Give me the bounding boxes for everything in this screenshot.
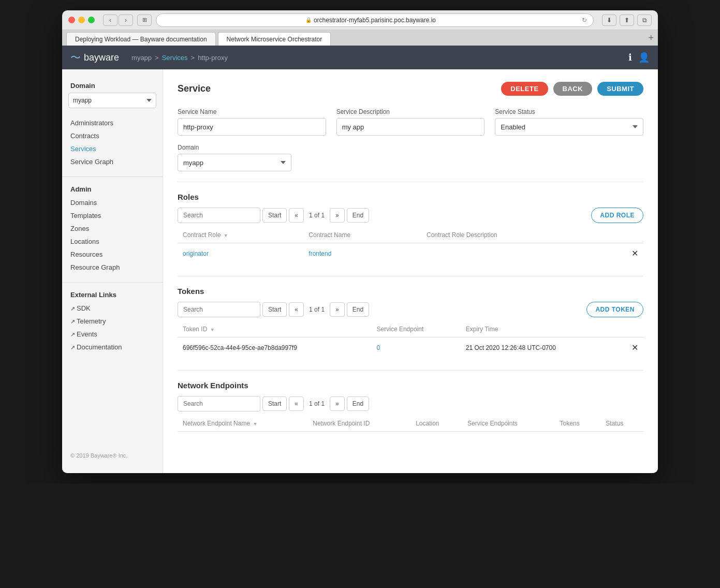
service-status-group: Service Status Enabled Disabled: [495, 108, 643, 136]
maximize-button[interactable]: [88, 17, 95, 23]
roles-table-body: originator frontend ✕: [178, 243, 643, 264]
roles-end-button[interactable]: End: [347, 208, 369, 223]
endpoints-prev-button[interactable]: «: [289, 396, 304, 411]
sidebar-admin-section: Admin Domains Templates Zones Locations …: [62, 181, 163, 274]
col-endpoint-location: Location: [410, 416, 462, 432]
endpoints-start-button[interactable]: Start: [262, 396, 287, 411]
table-row: 696f596c-52ca-44e4-95ce-ae7b8da997f9 0 2…: [178, 337, 643, 358]
lock-icon: 🔒: [305, 17, 312, 23]
header-icons: ℹ 👤: [628, 52, 650, 63]
network-endpoints-section: Network Endpoints Start « 1 of 1 » End N…: [178, 381, 643, 432]
sidebar-divider-2: [62, 282, 163, 283]
service-name-input[interactable]: [178, 118, 326, 136]
tokens-prev-button[interactable]: «: [289, 302, 304, 317]
forward-nav-button[interactable]: ›: [119, 14, 133, 26]
divider-tokens: [178, 276, 643, 276]
sidebar-domain-section: Domain myapp: [62, 78, 163, 112]
roles-next-button[interactable]: »: [330, 208, 345, 223]
sidebar-item-service-graph[interactable]: Service Graph: [62, 155, 163, 168]
external-section-title: External Links: [62, 287, 163, 302]
sidebar-item-resource-graph[interactable]: Resource Graph: [62, 261, 163, 274]
service-form-row1: Service Name Service Description Service…: [178, 108, 643, 136]
add-tab-button[interactable]: +: [648, 33, 654, 46]
tab-app[interactable]: Network Microservice Orchestrator: [218, 32, 331, 46]
tab-app-label: Network Microservice Orchestrator: [227, 36, 322, 43]
sidebar-item-resources[interactable]: Resources: [62, 248, 163, 261]
col-contract-name: Contract Name: [303, 227, 421, 243]
endpoints-table-header: Network Endpoint Name ▼ Network Endpoint…: [178, 416, 643, 432]
roles-search-input[interactable]: [178, 208, 260, 223]
reader-view-button[interactable]: ⊞: [137, 14, 152, 26]
sidebar-item-administrators[interactable]: Administrators: [62, 116, 163, 129]
breadcrumb-services-link[interactable]: Services: [162, 54, 188, 62]
breadcrumb-sep1: >: [155, 54, 159, 62]
url-bar: 🔒 orchestrator-myfab5.parisinc.poc.baywa…: [156, 13, 594, 27]
role-delete-cell[interactable]: ✕: [605, 243, 643, 264]
domain-form-label: Domain: [178, 144, 291, 151]
token-delete-cell[interactable]: ✕: [617, 337, 643, 358]
minimize-button[interactable]: [78, 17, 85, 23]
main-content: Service DELETE BACK SUBMIT Service Name …: [163, 69, 658, 473]
admin-section-title: Admin: [62, 181, 163, 196]
tokens-search-input[interactable]: [178, 302, 260, 317]
role-link[interactable]: originator: [183, 250, 209, 257]
sidebar-item-contracts[interactable]: Contracts: [62, 129, 163, 142]
tokens-table-body: 696f596c-52ca-44e4-95ce-ae7b8da997f9 0 2…: [178, 337, 643, 358]
table-row: originator frontend ✕: [178, 243, 643, 264]
endpoints-end-button[interactable]: End: [347, 396, 369, 411]
tab-docs[interactable]: Deploying Workload — Bayware documentati…: [66, 32, 216, 46]
sidebar-item-services[interactable]: Services: [62, 142, 163, 155]
app-header: 〜 bayware myapp > Services > http-proxy …: [62, 46, 658, 69]
roles-start-button[interactable]: Start: [262, 208, 287, 223]
info-icon[interactable]: ℹ: [628, 52, 632, 63]
roles-pagination: Start « 1 of 1 » End ADD ROLE: [178, 208, 643, 223]
sidebar-item-templates[interactable]: Templates: [62, 209, 163, 222]
user-icon[interactable]: 👤: [638, 52, 650, 63]
breadcrumb-current: http-proxy: [198, 54, 228, 62]
refresh-icon[interactable]: ↻: [582, 17, 587, 24]
add-role-button[interactable]: ADD ROLE: [591, 208, 643, 223]
delete-button[interactable]: DELETE: [501, 82, 548, 96]
add-token-button[interactable]: ADD TOKEN: [586, 302, 643, 317]
tokens-end-button[interactable]: End: [347, 302, 369, 317]
sidebar-item-zones[interactable]: Zones: [62, 222, 163, 235]
new-tab-button[interactable]: ⧉: [637, 14, 652, 26]
domain-group: Domain myapp: [178, 144, 291, 171]
endpoint-link[interactable]: 0: [377, 344, 380, 351]
back-nav-button[interactable]: ‹: [103, 14, 117, 26]
tokens-next-button[interactable]: »: [330, 302, 345, 317]
url-text: orchestrator-myfab5.parisinc.poc.bayware…: [314, 17, 436, 24]
roles-table: Contract Role ▼ Contract Name Contract R…: [178, 227, 643, 263]
breadcrumb-app: myapp: [131, 54, 152, 62]
tabbar: Deploying Workload — Bayware documentati…: [62, 30, 658, 46]
endpoints-search-input[interactable]: [178, 396, 260, 411]
sidebar-item-domains[interactable]: Domains: [62, 196, 163, 209]
col-endpoint-name: Network Endpoint Name ▼: [178, 416, 307, 432]
tokens-table: Token ID ▼ Service Endpoint Expiry Time …: [178, 321, 643, 358]
tokens-start-button[interactable]: Start: [262, 302, 287, 317]
contract-link[interactable]: frontend: [308, 250, 331, 257]
service-name-label: Service Name: [178, 108, 326, 115]
close-button[interactable]: [68, 17, 75, 23]
domain-select[interactable]: myapp: [68, 93, 156, 108]
service-description-input[interactable]: [336, 118, 485, 136]
logo-text: bayware: [84, 52, 119, 63]
roles-prev-button[interactable]: «: [289, 208, 304, 223]
col-endpoint-service-endpoints: Service Endpoints: [462, 416, 555, 432]
service-status-select[interactable]: Enabled Disabled: [495, 118, 643, 136]
sidebar-item-telemetry[interactable]: Telemetry: [62, 315, 163, 328]
domain-form-select[interactable]: myapp: [178, 154, 291, 171]
sidebar-item-sdk[interactable]: SDK: [62, 302, 163, 315]
endpoints-next-button[interactable]: »: [330, 396, 345, 411]
sidebar-item-events[interactable]: Events: [62, 328, 163, 341]
sidebar-item-locations[interactable]: Locations: [62, 235, 163, 248]
submit-button[interactable]: SUBMIT: [597, 82, 643, 96]
share-button[interactable]: ⬆: [620, 14, 634, 26]
col-endpoint-id: Network Endpoint ID: [307, 416, 410, 432]
sidebar-item-documentation[interactable]: Documentation: [62, 341, 163, 354]
col-token-actions: [617, 321, 643, 337]
tokens-title: Tokens: [178, 287, 643, 296]
page-title: Service: [178, 83, 211, 94]
download-button[interactable]: ⬇: [602, 14, 616, 26]
back-button[interactable]: BACK: [553, 82, 593, 96]
